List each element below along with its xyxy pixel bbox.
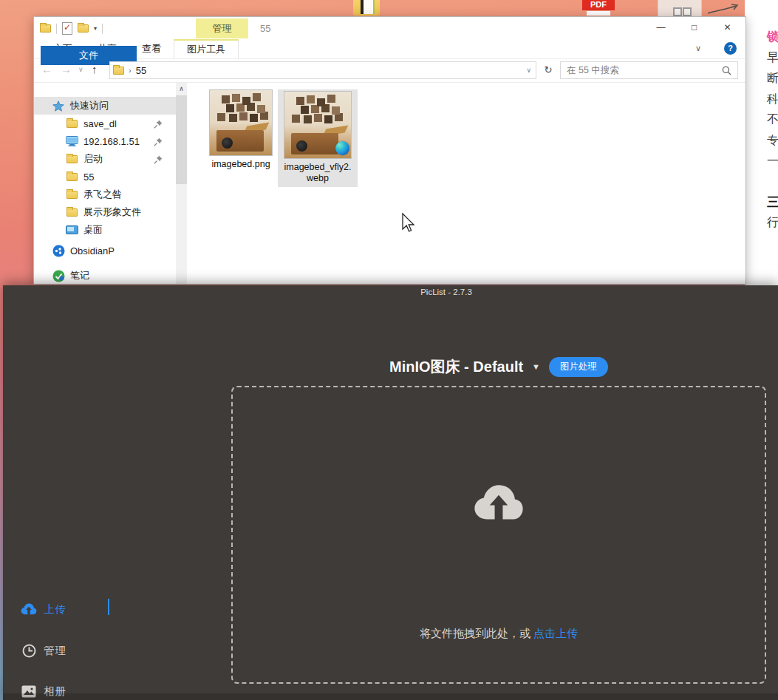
window-glyph-icon	[673, 7, 682, 16]
click-to-upload-link[interactable]: 点击上传	[533, 627, 578, 639]
photo-cluster	[296, 97, 304, 105]
image-process-button[interactable]: 图片处理	[549, 357, 608, 377]
file-name: imagebed.png	[204, 159, 278, 170]
dropzone-hint: 将文件拖拽到此处，或 点击上传	[233, 627, 765, 641]
close-button[interactable]: ✕	[711, 17, 744, 38]
ribbon-tabs: 文件主页共享查看图片工具	[34, 39, 745, 58]
annotation-arrow-icon	[706, 1, 742, 16]
camera-lens	[296, 140, 307, 152]
piclist-nav-上传[interactable]: 上传	[3, 599, 136, 619]
sidebar-item-label: 192.168.1.51	[83, 136, 140, 147]
sidebar-item-笔记[interactable]: 笔记	[34, 267, 176, 284]
active-nav-caret	[108, 599, 109, 615]
sidebar-item-label: 展示形象文件	[83, 205, 141, 219]
new-folder-icon[interactable]	[78, 24, 89, 33]
file-name: imagebed_vfly2.webp	[281, 162, 355, 184]
file-item[interactable]: imagebed_vfly2.webp	[278, 89, 358, 187]
folder-icon	[65, 155, 78, 163]
sidebar-item-label: ObsidianP	[70, 245, 115, 256]
qat-dropdown-icon[interactable]: ▾	[94, 25, 97, 32]
address-bar[interactable]: › 55 ∨	[109, 61, 536, 79]
sidebar-item-55[interactable]: 55	[34, 168, 176, 186]
file-thumbnail[interactable]	[284, 91, 352, 159]
sidebar-item-快速访问[interactable]: 快速访问	[34, 97, 176, 115]
chevron-down-icon[interactable]: ▼	[532, 362, 540, 371]
recent-locations-icon[interactable]: ∨	[78, 66, 83, 73]
sidebar-item-label: 承飞之咎	[83, 188, 122, 201]
sidebar-item-192.168.1.51[interactable]: 192.168.1.51	[34, 132, 176, 150]
desktop-pdf-file-icon[interactable]: PDF	[582, 0, 615, 16]
desktop-icon	[65, 225, 78, 235]
background-text-char: 早	[767, 50, 778, 66]
help-icon[interactable]: ?	[724, 42, 737, 55]
photo-cluster	[222, 95, 230, 103]
pdf-icon-page	[587, 11, 610, 16]
sidebar-item-label: 桌面	[83, 223, 103, 237]
file-item[interactable]: imagebed.png	[204, 89, 278, 170]
sidebar-item-桌面[interactable]: 桌面	[34, 221, 176, 239]
background-text-char: 三	[767, 194, 778, 211]
back-button[interactable]: ←	[41, 63, 52, 75]
sidebar-item-label: 55	[83, 171, 94, 183]
search-icon[interactable]	[722, 66, 731, 75]
monitor-icon	[65, 136, 78, 146]
divider	[102, 24, 103, 34]
breadcrumb-separator: ›	[129, 66, 132, 75]
address-dropdown-icon[interactable]: ∨	[526, 67, 533, 74]
background-text-char: 断	[767, 71, 778, 86]
folder-icon[interactable]	[40, 24, 51, 33]
up-button[interactable]: ↑	[92, 63, 98, 75]
folder-icon	[113, 67, 124, 75]
contextual-tab-manage[interactable]: 管理	[196, 18, 248, 38]
desktop-book-folder-icon[interactable]	[353, 0, 380, 16]
picture-icon	[21, 685, 37, 698]
desktop-partial-window	[658, 0, 702, 17]
explorer-titlebar[interactable]: ▾ 管理 55 — □ ✕	[34, 17, 745, 39]
background-text-char: 不	[767, 112, 778, 128]
clock-icon	[21, 644, 37, 658]
background-text-char: 行	[767, 215, 778, 231]
folder-icon	[65, 173, 78, 181]
search-input[interactable]: 在 55 中搜索	[560, 61, 738, 79]
book-icon	[361, 0, 375, 14]
piclist-nav-管理[interactable]: 管理	[3, 640, 136, 661]
piclist-nav-相册[interactable]: 相册	[3, 681, 136, 700]
forward-button[interactable]: →	[61, 63, 72, 75]
scrollbar-thumb[interactable]	[176, 95, 187, 184]
navigation-scrollbar[interactable]: ∧	[176, 83, 187, 284]
folder-icon	[65, 120, 78, 128]
upload-cloud-icon	[474, 483, 524, 522]
sidebar-item-启动[interactable]: 启动	[34, 150, 176, 168]
navigation-pane: 快速访问save_dl192.168.1.51启动55承飞之咎展示形象文件桌面O…	[34, 83, 176, 284]
search-placeholder: 在 55 中搜索	[567, 64, 619, 77]
scroll-up-icon[interactable]: ∧	[176, 83, 187, 92]
quick-access-star-icon	[52, 101, 65, 112]
mouse-cursor	[400, 212, 416, 234]
explorer-toolbar: ← → ∨ ↑ › 55 ∨ ↻ 在 55 中搜索	[34, 59, 745, 83]
ribbon-collapse-icon[interactable]: ∨	[695, 44, 701, 53]
ribbon-tab-图片工具[interactable]: 图片工具	[174, 39, 239, 58]
camera-lens	[222, 137, 233, 149]
sidebar-item-label: save_dl	[83, 118, 117, 129]
picbed-select[interactable]: MinIO图床 - Default	[389, 357, 523, 377]
background-text-char: 锁	[767, 30, 778, 45]
properties-check-icon[interactable]	[62, 22, 72, 35]
sidebar-item-ObsidianP[interactable]: ObsidianP	[34, 242, 176, 259]
quick-access-toolbar: ▾	[40, 22, 103, 35]
sidebar-item-展示形象文件[interactable]: 展示形象文件	[34, 203, 176, 221]
nav-label: 上传	[44, 602, 66, 616]
sidebar-item-save_dl[interactable]: save_dl	[34, 115, 176, 132]
upload-dropzone[interactable]: 将文件拖拽到此处，或 点击上传	[231, 386, 766, 684]
piclist-window-title: PicList - 2.7.3	[3, 288, 778, 296]
pdf-icon: PDF	[582, 0, 615, 10]
background-text-char: 一	[767, 154, 778, 169]
maximize-button[interactable]: □	[678, 17, 711, 38]
obsidian-app-icon	[52, 245, 65, 257]
breadcrumb[interactable]: 55	[136, 65, 146, 76]
divider	[56, 24, 57, 34]
refresh-button[interactable]: ↻	[541, 61, 556, 79]
file-thumbnail[interactable]	[209, 89, 273, 156]
file-explorer-window: ▾ 管理 55 — □ ✕ 文件主页共享查看图片工具 ∨ ? ← → ∨ ↑ ›…	[33, 16, 746, 285]
minimize-button[interactable]: —	[644, 17, 678, 38]
sidebar-item-承飞之咎[interactable]: 承飞之咎	[34, 186, 176, 203]
